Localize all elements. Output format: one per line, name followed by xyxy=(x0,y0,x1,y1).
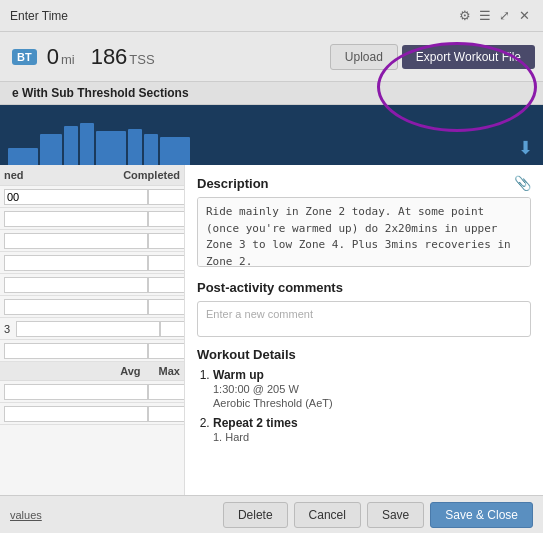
description-label-text: Description xyxy=(197,176,269,191)
table-row: mph xyxy=(0,230,184,252)
ft-planned-input[interactable] xyxy=(4,277,148,293)
left-panel: ned Completed h:m:s mi ▼ xyxy=(0,165,185,495)
max-bpm-input[interactable] xyxy=(148,384,185,400)
chart-area: ⬇ xyxy=(0,105,543,165)
completed-mi-input[interactable] xyxy=(148,211,185,227)
bar-3 xyxy=(64,126,78,165)
upload-button[interactable]: Upload xyxy=(330,44,398,70)
bar-1 xyxy=(8,148,38,165)
kj-completed-input[interactable] xyxy=(148,343,185,359)
right-panel: Description 📎 Ride mainly in Zone 2 toda… xyxy=(185,165,543,495)
col-header-completed: Completed xyxy=(59,169,180,181)
post-activity-label-text: Post-activity comments xyxy=(197,280,343,295)
description-section-label: Description 📎 xyxy=(197,175,531,191)
max-w-input[interactable] xyxy=(148,406,185,422)
avg-max-header: Avg Max xyxy=(0,362,184,381)
step-detail-1: 1:30:00 @ 205 W xyxy=(213,383,299,395)
top-right-buttons: Upload Export Workout File xyxy=(322,32,543,81)
gear-icon[interactable]: ⚙ xyxy=(459,9,473,23)
workout-details-label-text: Workout Details xyxy=(197,347,296,362)
list-item: Repeat 2 times 1. Hard xyxy=(213,416,531,444)
bottom-bar: values Delete Cancel Save Save & Close xyxy=(0,495,543,533)
delete-button[interactable]: Delete xyxy=(223,502,288,528)
bar-4 xyxy=(80,123,94,165)
workout-subtitle: e With Sub Threshold Sections xyxy=(0,82,543,105)
avg-label: Avg xyxy=(120,365,140,377)
step-detail-2: Aerobic Threshold (AeT) xyxy=(213,397,333,409)
close-icon[interactable]: ✕ xyxy=(519,9,533,23)
export-workout-button[interactable]: Export Workout File xyxy=(402,45,535,69)
avg-bpm-input[interactable] xyxy=(4,384,148,400)
comment-input-field[interactable]: Enter a new comment xyxy=(197,301,531,337)
table-row: h:m:s xyxy=(0,186,184,208)
download-icon[interactable]: ⬇ xyxy=(518,137,533,159)
avg-w-input[interactable] xyxy=(4,406,148,422)
col-header-ned: ned xyxy=(4,169,59,181)
bar-5 xyxy=(96,131,126,165)
distance-unit: mi xyxy=(61,52,75,67)
attachment-icon[interactable]: 📎 xyxy=(514,175,531,191)
bar-6 xyxy=(128,129,142,165)
step-title: Warm up xyxy=(213,368,264,382)
cancel-button[interactable]: Cancel xyxy=(294,502,361,528)
bottom-buttons: Delete Cancel Save Save & Close xyxy=(223,502,533,528)
tss-unit: TSS xyxy=(129,52,154,67)
mi-input[interactable] xyxy=(4,211,148,227)
step-title-2: Repeat 2 times xyxy=(213,416,298,430)
table-row: mi ▼ xyxy=(0,208,184,230)
save-button[interactable]: Save xyxy=(367,502,424,528)
mph-planned-input[interactable] xyxy=(4,233,148,249)
table-row: 3 IF xyxy=(0,318,184,340)
top-area: BT 0 mi 186 TSS Upload Export Workout Fi… xyxy=(0,32,543,82)
if-completed-input[interactable] xyxy=(160,321,185,337)
distance-stat: 0 mi xyxy=(47,44,75,70)
subtitle-text: e With Sub Threshold Sections xyxy=(12,86,189,100)
kcal-completed-input[interactable] xyxy=(148,255,185,271)
post-activity-label: Post-activity comments xyxy=(197,280,531,295)
stats-area: BT 0 mi 186 TSS xyxy=(0,32,322,81)
main-content: ned Completed h:m:s mi ▼ xyxy=(0,165,543,495)
description-textarea[interactable]: Ride mainly in Zone 2 today. At some poi… xyxy=(197,197,531,267)
kj-planned-input[interactable] xyxy=(4,343,148,359)
max-label: Max xyxy=(159,365,180,377)
if-prefix: 3 xyxy=(4,323,16,335)
ft-completed-input[interactable] xyxy=(148,277,185,293)
table-row: W xyxy=(0,403,184,425)
table-row: kcal xyxy=(0,252,184,274)
table-row: TSS xyxy=(0,296,184,318)
comment-placeholder: Enter a new comment xyxy=(206,308,313,320)
hms-input[interactable] xyxy=(4,189,148,205)
workout-details-list: Warm up 1:30:00 @ 205 W Aerobic Threshol… xyxy=(197,368,531,444)
stats-row: 0 mi 186 TSS xyxy=(47,44,155,70)
tss-stat: 186 TSS xyxy=(91,44,155,70)
window-title: Enter Time xyxy=(10,9,68,23)
values-link[interactable]: values xyxy=(10,509,42,521)
menu-icon[interactable]: ☰ xyxy=(479,9,493,23)
tss-completed-input[interactable] xyxy=(148,299,185,315)
completed-hms-input[interactable] xyxy=(148,189,185,205)
bar-8 xyxy=(160,137,190,165)
distance-value: 0 xyxy=(47,44,59,70)
bar-7 xyxy=(144,134,158,165)
resize-icon[interactable]: ⤢ xyxy=(499,9,513,23)
list-item: Warm up 1:30:00 @ 205 W Aerobic Threshol… xyxy=(213,368,531,410)
step-detail-3: 1. Hard xyxy=(213,431,249,443)
main-window: Enter Time ⚙ ☰ ⤢ ✕ BT 0 mi 186 TSS Uplo xyxy=(0,0,543,533)
workout-details-label: Workout Details xyxy=(197,347,531,362)
tss-value: 186 xyxy=(91,44,128,70)
bar-2 xyxy=(40,134,62,165)
titlebar: Enter Time ⚙ ☰ ⤢ ✕ xyxy=(0,0,543,32)
kcal-planned-input[interactable] xyxy=(4,255,148,271)
tss-planned-input[interactable] xyxy=(4,299,148,315)
mph-completed-input[interactable] xyxy=(148,233,185,249)
chart-bars xyxy=(0,105,543,165)
bt-badge: BT xyxy=(12,49,37,65)
table-row: bpm xyxy=(0,381,184,403)
titlebar-controls: ⚙ ☰ ⤢ ✕ xyxy=(459,9,533,23)
table-header: ned Completed xyxy=(0,165,184,186)
table-row: kJ xyxy=(0,340,184,362)
table-row: ft xyxy=(0,274,184,296)
if-planned-input[interactable] xyxy=(16,321,160,337)
save-close-button[interactable]: Save & Close xyxy=(430,502,533,528)
